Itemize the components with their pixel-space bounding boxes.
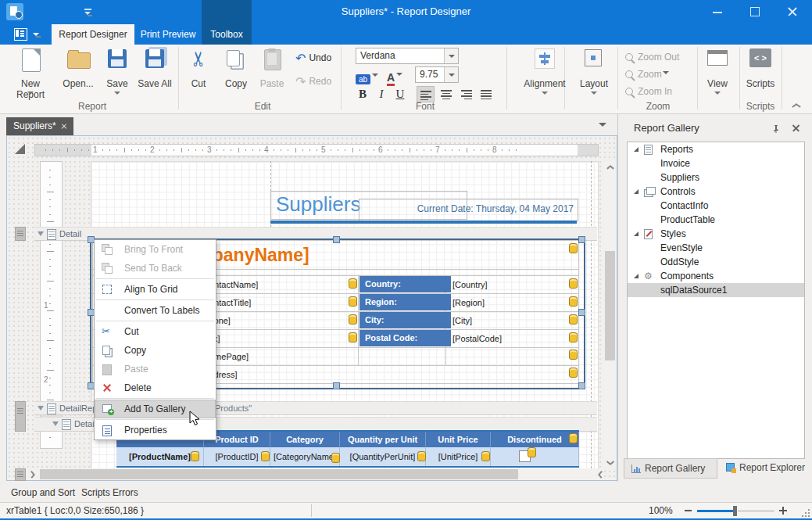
tab-report-explorer[interactable]: Report Explorer <box>719 458 812 477</box>
copy-button[interactable]: Copy <box>219 47 253 100</box>
product-header-discontinued[interactable]: Discontinued <box>491 432 579 447</box>
tree-item-sqldatasource1[interactable]: sqlDataSource1 <box>628 283 804 297</box>
align-justify-button[interactable] <box>478 86 495 102</box>
tree-item-components[interactable]: ⚙Components <box>628 269 804 283</box>
font-color-button[interactable]: A <box>387 67 412 81</box>
tree-item-controls[interactable]: Controls <box>628 185 804 199</box>
menu-item-paste[interactable]: Paste <box>95 360 216 378</box>
font-size-dropdown[interactable] <box>444 67 458 82</box>
menu-item-bring-to-front[interactable]: Bring To Front <box>95 240 216 259</box>
tree-item-evenstyle[interactable]: EvenStyle <box>628 241 804 255</box>
menu-item-convert-to-labels[interactable]: Convert To Labels <box>95 301 216 320</box>
label-cell-postalcode[interactable]: Postal Code: <box>359 330 451 346</box>
tree-item-oddstyle[interactable]: OddStyle <box>628 255 804 269</box>
highlight-color-button[interactable]: ab <box>356 68 382 82</box>
undo-button[interactable]: ↶Undo <box>295 49 339 66</box>
menu-item-copy[interactable]: Copy <box>95 341 216 360</box>
font-name-combo[interactable]: Verdana <box>356 48 459 64</box>
current-date-label[interactable]: Current Date: Thursday, 04 May 2017 <box>359 199 578 221</box>
menu-item-send-to-back[interactable]: Send To Back <box>95 259 216 278</box>
scrollbar-thumb[interactable] <box>40 469 518 479</box>
close-button[interactable] <box>781 5 804 18</box>
italic-button[interactable]: I <box>373 86 390 102</box>
field-city[interactable]: [City] <box>453 312 472 329</box>
bold-button[interactable]: B <box>354 86 371 102</box>
tree-item-reports[interactable]: Reports <box>628 142 804 156</box>
cut-button[interactable]: Cut✂ <box>183 47 214 100</box>
font-name-dropdown[interactable] <box>444 48 458 63</box>
document-list-chevron-icon[interactable] <box>599 123 606 127</box>
expander-icon[interactable] <box>634 189 639 194</box>
quick-access-customize-icon[interactable] <box>84 9 91 15</box>
open-button[interactable]: Open... <box>56 47 100 100</box>
scroll-left-icon[interactable] <box>29 471 35 477</box>
resize-grip[interactable] <box>800 507 810 517</box>
zoom-slider-track[interactable] <box>697 510 734 512</box>
field-region[interactable]: [Region] <box>453 294 485 311</box>
vertical-scrollbar[interactable] <box>604 161 616 468</box>
band-grip[interactable] <box>15 401 26 432</box>
scripts-button[interactable]: Scripts< > <box>742 47 778 100</box>
menu-item-align-to-grid[interactable]: Align To Grid <box>95 280 216 299</box>
horizontal-ruler[interactable]: 12345678 <box>34 144 599 156</box>
panel-close-icon[interactable] <box>792 124 799 132</box>
horizontal-scrollbar[interactable] <box>26 468 604 480</box>
zoom-out-button[interactable] <box>685 510 692 511</box>
field-country[interactable]: [Country] <box>453 276 488 293</box>
product-cell-quantityperunit[interactable]: [QuantityPerUnit] <box>340 447 426 466</box>
tab-scripts-errors[interactable]: Scripts Errors <box>81 485 138 500</box>
ribbon-collapse-icon[interactable] <box>792 102 801 108</box>
save-button[interactable]: Save <box>100 47 134 100</box>
view-button[interactable]: View <box>700 47 735 100</box>
band-grip[interactable] <box>15 468 26 481</box>
align-right-button[interactable] <box>457 86 475 102</box>
zoom-slider-thumb[interactable] <box>733 506 737 516</box>
label-cell-city[interactable]: City: <box>359 312 451 328</box>
expander-icon[interactable] <box>634 274 639 278</box>
zoom-out-button[interactable]: Zoom Out <box>625 49 696 65</box>
paste-button[interactable]: Paste <box>255 47 289 100</box>
selection-handle[interactable] <box>578 382 585 389</box>
layout-button[interactable]: Layout <box>572 47 616 100</box>
product-header-quantity-per-unit[interactable]: Quantity per Unit <box>340 432 426 447</box>
tree-item-invoice[interactable]: Invoice <box>628 156 804 170</box>
selection-handle[interactable] <box>578 309 585 316</box>
pin-icon[interactable] <box>771 124 781 134</box>
selection-handle[interactable] <box>333 236 340 243</box>
document-close-icon[interactable] <box>61 124 67 130</box>
zoom-in-button[interactable]: Zoom In <box>625 84 696 99</box>
new-report-button[interactable]: New Report <box>6 47 55 100</box>
tree-item-suppliers[interactable]: Suppliers <box>628 170 804 185</box>
save-all-button[interactable]: Save All <box>134 47 175 100</box>
tree-item-producttable[interactable]: ProductTable <box>628 213 804 227</box>
zoom-button[interactable]: Zoom <box>625 66 696 82</box>
redo-button[interactable]: ↷Redo <box>295 73 339 90</box>
product-cell-categoryname[interactable]: [CategoryName] <box>270 447 340 466</box>
underline-button[interactable]: U <box>392 86 409 102</box>
scroll-down-icon[interactable] <box>606 460 613 466</box>
align-center-button[interactable] <box>437 86 455 102</box>
band-grip[interactable] <box>15 227 26 241</box>
tree-item-styles[interactable]: Styles <box>628 227 804 241</box>
scroll-right-icon[interactable] <box>596 471 603 477</box>
maximize-button[interactable] <box>743 5 767 18</box>
scroll-up-icon[interactable] <box>606 163 613 170</box>
document-tab-suppliers[interactable]: Suppliers* <box>6 117 73 135</box>
menu-item-cut[interactable]: ✂Cut <box>95 322 216 341</box>
report-tabs-menu-button[interactable] <box>14 27 41 41</box>
selection-handle[interactable] <box>333 382 340 389</box>
font-size-combo[interactable]: 9.75 <box>415 66 459 83</box>
minimize-button[interactable] <box>706 5 729 18</box>
expander-icon[interactable] <box>634 231 639 236</box>
selection-handle[interactable] <box>578 236 585 243</box>
tab-report-gallery[interactable]: Report Gallery <box>624 458 717 479</box>
tab-report-designer[interactable]: Report Designer <box>52 24 134 45</box>
tab-group-and-sort[interactable]: Group and Sort <box>11 485 75 500</box>
scrollbar-thumb[interactable] <box>605 251 615 360</box>
zoom-in-button[interactable] <box>779 507 787 515</box>
tree-item-contactinfo[interactable]: ContactInfo <box>628 199 804 213</box>
tab-toolbox[interactable]: Toolbox <box>202 24 252 45</box>
label-cell-region[interactable]: Region: <box>359 294 451 310</box>
align-left-button[interactable] <box>417 86 435 102</box>
menu-item-delete[interactable]: Delete <box>95 378 216 397</box>
